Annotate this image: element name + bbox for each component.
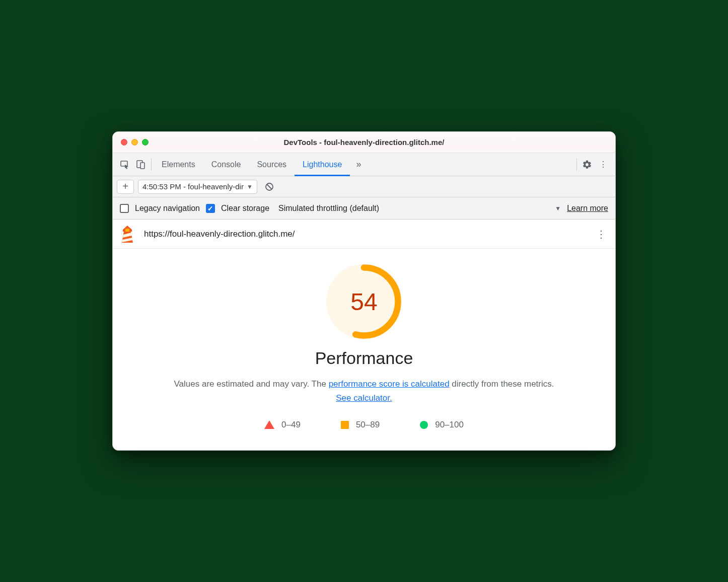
performance-gauge[interactable]: 54 [326,264,402,339]
separator [576,159,577,171]
learn-more-link[interactable]: Learn more [567,204,608,213]
clear-storage-label: Clear storage [221,204,269,213]
close-button[interactable] [121,139,127,146]
score-description: Values are estimated and may vary. The p… [168,377,560,404]
lighthouse-report: 54 Performance Values are estimated and … [113,249,615,450]
legend-pass-label: 90–100 [435,420,464,430]
maximize-button[interactable] [142,139,149,146]
audit-url-bar: https://foul-heavenly-direction.glitch.m… [113,220,615,249]
panel-tabs: Elements Console Sources Lighthouse » [154,153,574,176]
category-title: Performance [128,348,600,368]
circle-icon [420,421,428,429]
tab-sources[interactable]: Sources [249,153,295,176]
tab-lighthouse[interactable]: Lighthouse [295,153,350,176]
settings-icon[interactable] [579,157,595,173]
legend-average: 50–89 [341,420,380,430]
score-legend: 0–49 50–89 90–100 [128,420,600,430]
more-tabs-icon[interactable]: » [350,159,367,170]
legend-avg-label: 50–89 [356,420,380,430]
inspect-icon[interactable] [117,157,133,173]
report-dropdown-label: 4:50:53 PM - foul-heavenly-dir [142,182,244,191]
tab-console[interactable]: Console [203,153,249,176]
legacy-navigation-label: Legacy navigation [135,204,200,213]
audit-url: https://foul-heavenly-direction.glitch.m… [144,229,585,239]
lighthouse-icon [120,226,135,243]
chevron-down-icon: ▼ [555,205,561,212]
chevron-down-icon: ▼ [247,183,253,190]
square-icon [341,421,349,429]
separator [151,159,152,171]
new-report-button[interactable]: + [117,180,134,194]
svg-rect-0 [121,161,127,166]
triangle-icon [264,420,274,429]
lighthouse-options: Legacy navigation Clear storage Simulate… [113,197,615,220]
throttling-label: Simulated throttling (default) [278,204,379,213]
report-dropdown[interactable]: 4:50:53 PM - foul-heavenly-dir ▼ [138,180,257,194]
legacy-navigation-checkbox[interactable] [120,204,129,213]
main-toolbar: Elements Console Sources Lighthouse » ⋮ [113,153,615,176]
window-title: DevTools - foul-heavenly-direction.glitc… [113,138,615,147]
lighthouse-toolbar: + 4:50:53 PM - foul-heavenly-dir ▼ [113,176,615,197]
svg-rect-4 [125,229,129,232]
device-toggle-icon[interactable] [133,157,149,173]
calculator-link[interactable]: See calculator. [336,393,392,403]
tab-elements[interactable]: Elements [154,153,203,176]
svg-rect-2 [140,163,144,169]
clear-storage-checkbox[interactable] [206,204,215,213]
devtools-window: DevTools - foul-heavenly-direction.glitc… [112,131,616,450]
clear-icon[interactable] [261,179,277,195]
traffic-lights [121,139,149,146]
desc-text: Values are estimated and may vary. The [174,379,329,389]
performance-score: 54 [326,264,402,339]
minimize-button[interactable] [131,139,138,146]
titlebar: DevTools - foul-heavenly-direction.glitc… [113,132,615,153]
desc-text: directly from these metrics. [450,379,554,389]
report-menu-icon[interactable]: ⋮ [594,228,608,240]
legend-pass: 90–100 [420,420,464,430]
legend-fail-label: 0–49 [281,420,301,430]
more-icon[interactable]: ⋮ [595,157,611,173]
score-calc-link[interactable]: performance score is calculated [329,379,450,389]
legend-fail: 0–49 [264,420,301,430]
